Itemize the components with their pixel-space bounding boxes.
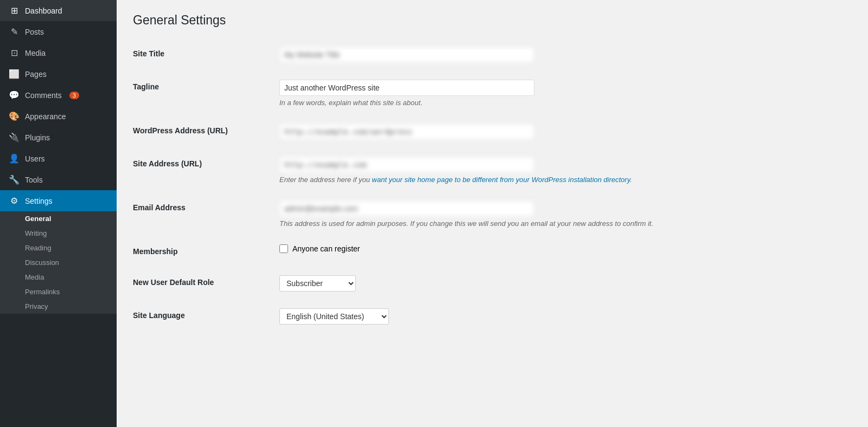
membership-label: Membership bbox=[133, 236, 274, 267]
sidebar: ⊞ Dashboard ✎ Posts ⊡ Media ⬜ Pages 💬 Co… bbox=[0, 0, 117, 427]
settings-icon: ⚙ bbox=[9, 196, 20, 206]
email-address-row: Email Address This address is used for a… bbox=[133, 192, 852, 236]
wp-address-input[interactable] bbox=[279, 124, 534, 140]
sidebar-item-dashboard[interactable]: ⊞ Dashboard bbox=[0, 0, 117, 21]
site-language-row: Site Language English (United States) En… bbox=[133, 300, 852, 333]
sidebar-item-reading[interactable]: Reading bbox=[0, 241, 117, 255]
comments-badge: 3 bbox=[69, 92, 79, 99]
users-icon: 👤 bbox=[9, 153, 20, 164]
site-language-label: Site Language bbox=[133, 300, 274, 333]
tagline-description: In a few words, explain what this site i… bbox=[279, 99, 846, 107]
email-description: This address is used for admin purposes.… bbox=[279, 219, 846, 228]
plugins-icon: 🔌 bbox=[9, 132, 20, 143]
sidebar-item-discussion[interactable]: Discussion bbox=[0, 255, 117, 270]
sidebar-label-permalinks: Permalinks bbox=[25, 288, 60, 296]
settings-submenu: General Writing Reading Discussion Media… bbox=[0, 211, 117, 314]
sidebar-item-comments[interactable]: 💬 Comments 3 bbox=[0, 85, 117, 106]
main-content: General Settings Site Title Tagline In a… bbox=[117, 0, 868, 427]
membership-checkbox[interactable] bbox=[279, 244, 288, 253]
new-user-role-row: New User Default Role Subscriber Contrib… bbox=[133, 267, 852, 300]
sidebar-label-discussion: Discussion bbox=[25, 258, 59, 267]
sidebar-item-writing[interactable]: Writing bbox=[0, 226, 117, 241]
settings-form-table: Site Title Tagline In a few words, expla… bbox=[133, 38, 852, 333]
email-address-input[interactable] bbox=[279, 200, 534, 217]
sidebar-label-writing: Writing bbox=[25, 229, 47, 237]
sidebar-item-users[interactable]: 👤 Users bbox=[0, 148, 117, 169]
sidebar-item-pages[interactable]: ⬜ Pages bbox=[0, 63, 117, 85]
new-user-role-select[interactable]: Subscriber Contributor Author Editor Adm… bbox=[279, 275, 356, 292]
sidebar-label-settings: Settings bbox=[25, 197, 53, 205]
sidebar-label-comments: Comments bbox=[25, 91, 62, 100]
site-title-input[interactable] bbox=[279, 47, 534, 63]
sidebar-item-plugins[interactable]: 🔌 Plugins bbox=[0, 127, 117, 148]
comments-icon: 💬 bbox=[9, 90, 20, 100]
sidebar-item-media-sub[interactable]: Media bbox=[0, 270, 117, 284]
site-title-label: Site Title bbox=[133, 38, 274, 72]
membership-checkbox-row: Anyone can register bbox=[279, 244, 846, 253]
sidebar-label-general: General bbox=[25, 215, 51, 223]
wp-address-label: WordPress Address (URL) bbox=[133, 115, 274, 148]
media-icon: ⊡ bbox=[9, 48, 20, 58]
new-user-role-label: New User Default Role bbox=[133, 267, 274, 300]
site-language-select[interactable]: English (United States) English (UK) Esp… bbox=[279, 308, 389, 325]
sidebar-label-pages: Pages bbox=[25, 70, 47, 79]
site-address-label: Site Address (URL) bbox=[133, 148, 274, 192]
wp-address-row: WordPress Address (URL) bbox=[133, 115, 852, 148]
dashboard-icon: ⊞ bbox=[9, 5, 20, 16]
sidebar-label-plugins: Plugins bbox=[25, 133, 50, 142]
sidebar-label-media-sub: Media bbox=[25, 273, 44, 281]
sidebar-label-privacy: Privacy bbox=[25, 302, 48, 310]
sidebar-item-privacy[interactable]: Privacy bbox=[0, 299, 117, 314]
email-address-label: Email Address bbox=[133, 192, 274, 236]
site-address-link[interactable]: want your site home page to be different… bbox=[372, 176, 630, 184]
site-address-input[interactable] bbox=[279, 157, 534, 173]
sidebar-label-media: Media bbox=[25, 49, 46, 57]
sidebar-item-appearance[interactable]: 🎨 Appearance bbox=[0, 106, 117, 127]
tools-icon: 🔧 bbox=[9, 174, 20, 185]
membership-row: Membership Anyone can register bbox=[133, 236, 852, 267]
sidebar-label-appearance: Appearance bbox=[25, 112, 66, 121]
tagline-label: Tagline bbox=[133, 72, 274, 115]
membership-checkbox-label: Anyone can register bbox=[292, 244, 360, 253]
sidebar-item-posts[interactable]: ✎ Posts bbox=[0, 21, 117, 42]
appearance-icon: 🎨 bbox=[9, 111, 20, 121]
pages-icon: ⬜ bbox=[9, 69, 20, 79]
tagline-row: Tagline In a few words, explain what thi… bbox=[133, 72, 852, 115]
tagline-input[interactable] bbox=[279, 80, 534, 96]
sidebar-label-users: Users bbox=[25, 154, 45, 163]
sidebar-label-tools: Tools bbox=[25, 176, 43, 184]
sidebar-label-dashboard: Dashboard bbox=[25, 7, 62, 15]
sidebar-item-tools[interactable]: 🔧 Tools bbox=[0, 169, 117, 190]
page-title: General Settings bbox=[133, 13, 852, 28]
sidebar-label-posts: Posts bbox=[25, 28, 44, 36]
site-address-desc-after: . bbox=[630, 176, 632, 184]
site-address-row: Site Address (URL) Enter the address her… bbox=[133, 148, 852, 192]
sidebar-label-reading: Reading bbox=[25, 244, 51, 252]
sidebar-item-media[interactable]: ⊡ Media bbox=[0, 42, 117, 63]
posts-icon: ✎ bbox=[9, 27, 20, 37]
sidebar-item-settings[interactable]: ⚙ Settings bbox=[0, 190, 117, 211]
site-title-row: Site Title bbox=[133, 38, 852, 72]
sidebar-item-general[interactable]: General bbox=[0, 211, 117, 226]
sidebar-item-permalinks[interactable]: Permalinks bbox=[0, 284, 117, 299]
site-address-desc-before: Enter the address here if you bbox=[279, 176, 372, 184]
site-address-description: Enter the address here if you want your … bbox=[279, 176, 846, 184]
